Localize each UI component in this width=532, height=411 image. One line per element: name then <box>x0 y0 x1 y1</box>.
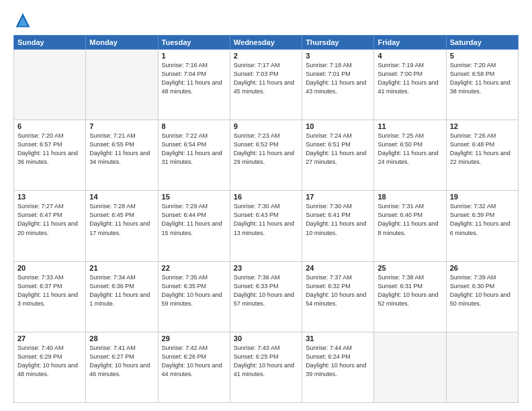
day-cell: 14 Sunrise: 7:28 AMSunset: 6:45 PMDaylig… <box>86 191 158 261</box>
day-info: Sunrise: 7:42 AMSunset: 6:26 PMDaylight:… <box>162 344 226 379</box>
day-info: Sunrise: 7:20 AMSunset: 6:57 PMDaylight:… <box>17 132 82 167</box>
weekday-header-row: SundayMondayTuesdayWednesdayThursdayFrid… <box>14 36 519 50</box>
day-info: Sunrise: 7:33 AMSunset: 6:37 PMDaylight:… <box>17 273 82 308</box>
day-info: Sunrise: 7:23 AMSunset: 6:52 PMDaylight:… <box>234 132 298 167</box>
day-number: 15 <box>162 193 226 201</box>
day-cell: 2 Sunrise: 7:17 AMSunset: 7:03 PMDayligh… <box>230 50 302 120</box>
day-cell: 31 Sunrise: 7:44 AMSunset: 6:24 PMDaylig… <box>302 332 374 402</box>
day-number: 14 <box>89 193 154 201</box>
day-number: 6 <box>17 122 82 130</box>
week-row-5: 27 Sunrise: 7:40 AMSunset: 6:29 PMDaylig… <box>14 332 519 402</box>
day-cell: 9 Sunrise: 7:23 AMSunset: 6:52 PMDayligh… <box>230 120 302 191</box>
day-info: Sunrise: 7:21 AMSunset: 6:55 PMDaylight:… <box>89 132 154 167</box>
day-number: 3 <box>306 52 370 60</box>
day-number: 21 <box>89 264 154 272</box>
weekday-saturday: Saturday <box>446 36 518 50</box>
day-number: 12 <box>450 122 515 130</box>
day-number: 28 <box>89 334 154 342</box>
day-number: 5 <box>450 52 515 60</box>
day-number: 24 <box>306 264 370 272</box>
day-cell: 19 Sunrise: 7:32 AMSunset: 6:39 PMDaylig… <box>446 191 518 261</box>
day-info: Sunrise: 7:30 AMSunset: 6:43 PMDaylight:… <box>234 202 298 237</box>
day-number: 30 <box>234 334 298 342</box>
day-cell: 25 Sunrise: 7:38 AMSunset: 6:31 PMDaylig… <box>374 261 446 332</box>
day-cell: 11 Sunrise: 7:25 AMSunset: 6:50 PMDaylig… <box>374 120 446 191</box>
day-info: Sunrise: 7:39 AMSunset: 6:30 PMDaylight:… <box>450 273 515 308</box>
day-cell <box>446 332 518 402</box>
day-number: 31 <box>306 334 370 342</box>
day-number: 13 <box>17 193 82 201</box>
day-info: Sunrise: 7:40 AMSunset: 6:29 PMDaylight:… <box>17 344 82 379</box>
day-cell: 3 Sunrise: 7:18 AMSunset: 7:01 PMDayligh… <box>302 50 374 120</box>
day-number: 8 <box>162 122 226 130</box>
day-info: Sunrise: 7:24 AMSunset: 6:51 PMDaylight:… <box>306 132 370 167</box>
day-info: Sunrise: 7:44 AMSunset: 6:24 PMDaylight:… <box>306 344 370 379</box>
day-info: Sunrise: 7:26 AMSunset: 6:48 PMDaylight:… <box>450 132 515 167</box>
day-number: 2 <box>234 52 298 60</box>
day-number: 1 <box>162 52 226 60</box>
day-cell: 24 Sunrise: 7:37 AMSunset: 6:32 PMDaylig… <box>302 261 374 332</box>
day-info: Sunrise: 7:37 AMSunset: 6:32 PMDaylight:… <box>306 273 370 308</box>
day-cell: 12 Sunrise: 7:26 AMSunset: 6:48 PMDaylig… <box>446 120 518 191</box>
day-info: Sunrise: 7:31 AMSunset: 6:40 PMDaylight:… <box>378 202 442 237</box>
day-info: Sunrise: 7:17 AMSunset: 7:03 PMDaylight:… <box>234 61 298 96</box>
day-number: 29 <box>162 334 226 342</box>
day-cell: 20 Sunrise: 7:33 AMSunset: 6:37 PMDaylig… <box>14 261 86 332</box>
weekday-monday: Monday <box>86 36 158 50</box>
logo-icon <box>13 11 32 30</box>
day-info: Sunrise: 7:43 AMSunset: 6:25 PMDaylight:… <box>234 344 298 379</box>
day-cell <box>86 50 158 120</box>
day-info: Sunrise: 7:35 AMSunset: 6:35 PMDaylight:… <box>162 273 226 308</box>
day-number: 10 <box>306 122 370 130</box>
day-info: Sunrise: 7:29 AMSunset: 6:44 PMDaylight:… <box>162 202 226 237</box>
day-info: Sunrise: 7:38 AMSunset: 6:31 PMDaylight:… <box>378 273 442 308</box>
day-cell: 23 Sunrise: 7:36 AMSunset: 6:33 PMDaylig… <box>230 261 302 332</box>
day-number: 22 <box>162 264 226 272</box>
day-cell: 26 Sunrise: 7:39 AMSunset: 6:30 PMDaylig… <box>446 261 518 332</box>
day-cell: 6 Sunrise: 7:20 AMSunset: 6:57 PMDayligh… <box>14 120 86 191</box>
weekday-thursday: Thursday <box>302 36 374 50</box>
day-cell: 28 Sunrise: 7:41 AMSunset: 6:27 PMDaylig… <box>86 332 158 402</box>
day-cell: 22 Sunrise: 7:35 AMSunset: 6:35 PMDaylig… <box>158 261 230 332</box>
day-number: 16 <box>234 193 298 201</box>
day-info: Sunrise: 7:34 AMSunset: 6:36 PMDaylight:… <box>89 273 154 308</box>
day-number: 9 <box>234 122 298 130</box>
day-cell: 30 Sunrise: 7:43 AMSunset: 6:25 PMDaylig… <box>230 332 302 402</box>
day-number: 23 <box>234 264 298 272</box>
day-info: Sunrise: 7:20 AMSunset: 6:58 PMDaylight:… <box>450 61 515 96</box>
day-number: 19 <box>450 193 515 201</box>
day-info: Sunrise: 7:32 AMSunset: 6:39 PMDaylight:… <box>450 202 515 237</box>
day-cell <box>374 332 446 402</box>
day-number: 20 <box>17 264 82 272</box>
day-cell: 10 Sunrise: 7:24 AMSunset: 6:51 PMDaylig… <box>302 120 374 191</box>
day-cell: 8 Sunrise: 7:22 AMSunset: 6:54 PMDayligh… <box>158 120 230 191</box>
day-number: 7 <box>89 122 154 130</box>
day-number: 18 <box>378 193 442 201</box>
week-row-2: 6 Sunrise: 7:20 AMSunset: 6:57 PMDayligh… <box>14 120 519 191</box>
day-cell: 21 Sunrise: 7:34 AMSunset: 6:36 PMDaylig… <box>86 261 158 332</box>
day-cell: 5 Sunrise: 7:20 AMSunset: 6:58 PMDayligh… <box>446 50 518 120</box>
weekday-wednesday: Wednesday <box>230 36 302 50</box>
day-info: Sunrise: 7:19 AMSunset: 7:00 PMDaylight:… <box>378 61 442 96</box>
day-number: 11 <box>378 122 442 130</box>
day-info: Sunrise: 7:28 AMSunset: 6:45 PMDaylight:… <box>89 202 154 237</box>
weekday-friday: Friday <box>374 36 446 50</box>
day-info: Sunrise: 7:27 AMSunset: 6:47 PMDaylight:… <box>17 202 82 237</box>
day-number: 25 <box>378 264 442 272</box>
weekday-tuesday: Tuesday <box>158 36 230 50</box>
day-info: Sunrise: 7:22 AMSunset: 6:54 PMDaylight:… <box>162 132 226 167</box>
day-info: Sunrise: 7:36 AMSunset: 6:33 PMDaylight:… <box>234 273 298 308</box>
day-cell: 7 Sunrise: 7:21 AMSunset: 6:55 PMDayligh… <box>86 120 158 191</box>
day-number: 27 <box>17 334 82 342</box>
day-info: Sunrise: 7:30 AMSunset: 6:41 PMDaylight:… <box>306 202 370 237</box>
day-cell: 4 Sunrise: 7:19 AMSunset: 7:00 PMDayligh… <box>374 50 446 120</box>
day-info: Sunrise: 7:41 AMSunset: 6:27 PMDaylight:… <box>89 344 154 379</box>
logo <box>13 11 35 30</box>
day-cell: 27 Sunrise: 7:40 AMSunset: 6:29 PMDaylig… <box>14 332 86 402</box>
calendar-table: SundayMondayTuesdayWednesdayThursdayFrid… <box>13 35 519 403</box>
day-cell: 18 Sunrise: 7:31 AMSunset: 6:40 PMDaylig… <box>374 191 446 261</box>
week-row-1: 1 Sunrise: 7:16 AMSunset: 7:04 PMDayligh… <box>14 50 519 120</box>
day-cell: 16 Sunrise: 7:30 AMSunset: 6:43 PMDaylig… <box>230 191 302 261</box>
week-row-3: 13 Sunrise: 7:27 AMSunset: 6:47 PMDaylig… <box>14 191 519 261</box>
day-cell: 17 Sunrise: 7:30 AMSunset: 6:41 PMDaylig… <box>302 191 374 261</box>
